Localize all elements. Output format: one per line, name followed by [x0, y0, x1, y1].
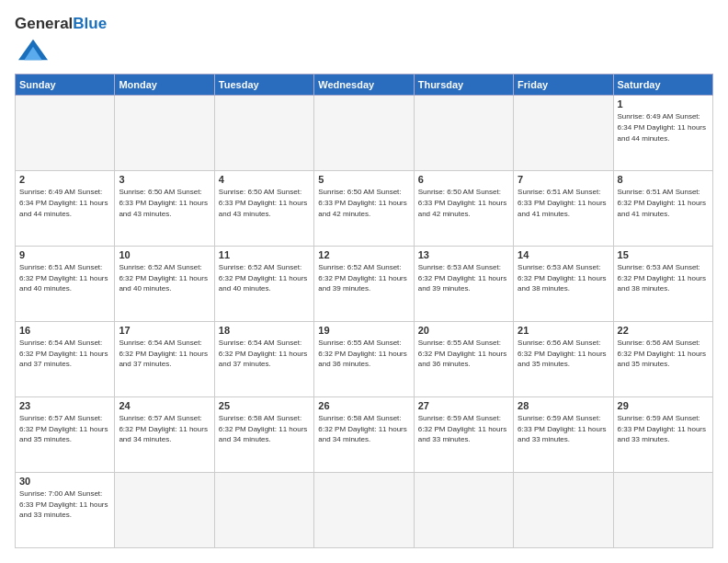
calendar-cell: 19Sunrise: 6:55 AM Sunset: 6:32 PM Dayli… — [314, 322, 414, 397]
day-number: 15 — [618, 249, 709, 260]
day-number: 13 — [418, 249, 509, 260]
calendar-cell — [16, 96, 115, 171]
calendar-cell: 22Sunrise: 6:56 AM Sunset: 6:32 PM Dayli… — [613, 322, 712, 397]
day-number: 25 — [219, 400, 310, 411]
day-info: Sunrise: 6:58 AM Sunset: 6:32 PM Dayligh… — [219, 413, 310, 445]
calendar-cell: 15Sunrise: 6:53 AM Sunset: 6:32 PM Dayli… — [613, 247, 712, 322]
logo-blue: Blue — [73, 15, 107, 32]
day-number: 18 — [219, 325, 310, 336]
day-number: 24 — [119, 400, 210, 411]
day-number: 2 — [19, 174, 110, 185]
day-info: Sunrise: 6:52 AM Sunset: 6:32 PM Dayligh… — [119, 262, 210, 294]
calendar-cell: 16Sunrise: 6:54 AM Sunset: 6:32 PM Dayli… — [16, 322, 115, 397]
calendar-cell — [214, 473, 313, 548]
day-number: 29 — [618, 400, 709, 411]
calendar-cell: 18Sunrise: 6:54 AM Sunset: 6:32 PM Dayli… — [214, 322, 313, 397]
calendar-cell: 27Sunrise: 6:59 AM Sunset: 6:32 PM Dayli… — [414, 397, 513, 473]
calendar-cell: 10Sunrise: 6:52 AM Sunset: 6:32 PM Dayli… — [115, 247, 214, 322]
day-number: 14 — [518, 249, 609, 260]
calendar-cell — [514, 96, 613, 171]
day-info: Sunrise: 6:59 AM Sunset: 6:32 PM Dayligh… — [418, 413, 509, 445]
calendar-cell: 25Sunrise: 6:58 AM Sunset: 6:32 PM Dayli… — [214, 397, 313, 473]
day-info: Sunrise: 6:53 AM Sunset: 6:32 PM Dayligh… — [418, 262, 509, 294]
day-info: Sunrise: 6:51 AM Sunset: 6:32 PM Dayligh… — [19, 262, 110, 294]
logo: GeneralBlue — [15, 15, 107, 64]
calendar-cell: 13Sunrise: 6:53 AM Sunset: 6:32 PM Dayli… — [414, 247, 513, 322]
day-info: Sunrise: 6:54 AM Sunset: 6:32 PM Dayligh… — [219, 338, 310, 370]
calendar-cell — [214, 96, 313, 171]
weekday-header-row: SundayMondayTuesdayWednesdayThursdayFrid… — [16, 75, 713, 96]
weekday-header-sunday: Sunday — [16, 75, 115, 96]
calendar-cell: 7Sunrise: 6:51 AM Sunset: 6:33 PM Daylig… — [514, 171, 613, 247]
weekday-header-friday: Friday — [514, 75, 613, 96]
day-number: 4 — [219, 174, 310, 185]
day-info: Sunrise: 6:51 AM Sunset: 6:32 PM Dayligh… — [618, 187, 709, 219]
calendar-cell — [314, 96, 414, 171]
day-info: Sunrise: 6:55 AM Sunset: 6:32 PM Dayligh… — [318, 338, 409, 370]
calendar-cell: 3Sunrise: 6:50 AM Sunset: 6:33 PM Daylig… — [115, 171, 214, 247]
calendar-cell: 9Sunrise: 6:51 AM Sunset: 6:32 PM Daylig… — [16, 247, 115, 322]
weekday-header-saturday: Saturday — [613, 75, 712, 96]
week-row-3: 9Sunrise: 6:51 AM Sunset: 6:32 PM Daylig… — [16, 247, 713, 322]
calendar-cell — [115, 96, 214, 171]
calendar-cell: 29Sunrise: 6:59 AM Sunset: 6:33 PM Dayli… — [613, 397, 712, 473]
weekday-header-tuesday: Tuesday — [214, 75, 313, 96]
day-number: 8 — [618, 174, 709, 185]
page: GeneralBlue SundayMondayTuesdayWednesday… — [0, 0, 728, 563]
calendar-cell: 12Sunrise: 6:52 AM Sunset: 6:32 PM Dayli… — [314, 247, 414, 322]
calendar-cell — [514, 473, 613, 548]
calendar-cell: 8Sunrise: 6:51 AM Sunset: 6:32 PM Daylig… — [613, 171, 712, 247]
calendar-cell: 26Sunrise: 6:58 AM Sunset: 6:32 PM Dayli… — [314, 397, 414, 473]
day-number: 19 — [318, 325, 409, 336]
calendar-cell: 23Sunrise: 6:57 AM Sunset: 6:32 PM Dayli… — [16, 397, 115, 473]
day-info: Sunrise: 6:58 AM Sunset: 6:32 PM Dayligh… — [318, 413, 409, 445]
calendar-cell: 5Sunrise: 6:50 AM Sunset: 6:33 PM Daylig… — [314, 171, 414, 247]
day-number: 3 — [119, 174, 210, 185]
day-info: Sunrise: 6:59 AM Sunset: 6:33 PM Dayligh… — [618, 413, 709, 445]
calendar-table: SundayMondayTuesdayWednesdayThursdayFrid… — [15, 74, 713, 548]
day-number: 21 — [518, 325, 609, 336]
day-info: Sunrise: 6:52 AM Sunset: 6:32 PM Dayligh… — [318, 262, 409, 294]
day-info: Sunrise: 6:50 AM Sunset: 6:33 PM Dayligh… — [219, 187, 310, 219]
day-info: Sunrise: 6:54 AM Sunset: 6:32 PM Dayligh… — [19, 338, 110, 370]
day-number: 9 — [19, 249, 110, 260]
weekday-header-thursday: Thursday — [414, 75, 513, 96]
day-info: Sunrise: 6:51 AM Sunset: 6:33 PM Dayligh… — [518, 187, 609, 219]
header: GeneralBlue — [15, 15, 713, 64]
day-info: Sunrise: 6:52 AM Sunset: 6:32 PM Dayligh… — [219, 262, 310, 294]
calendar-cell: 6Sunrise: 6:50 AM Sunset: 6:33 PM Daylig… — [414, 171, 513, 247]
calendar-cell: 14Sunrise: 6:53 AM Sunset: 6:32 PM Dayli… — [514, 247, 613, 322]
day-info: Sunrise: 6:56 AM Sunset: 6:32 PM Dayligh… — [618, 338, 709, 370]
day-number: 20 — [418, 325, 509, 336]
week-row-6: 30Sunrise: 7:00 AM Sunset: 6:33 PM Dayli… — [16, 473, 713, 548]
day-info: Sunrise: 6:50 AM Sunset: 6:33 PM Dayligh… — [119, 187, 210, 219]
day-info: Sunrise: 6:54 AM Sunset: 6:32 PM Dayligh… — [119, 338, 210, 370]
day-number: 26 — [318, 400, 409, 411]
calendar-cell — [314, 473, 414, 548]
weekday-header-monday: Monday — [115, 75, 214, 96]
day-number: 5 — [318, 174, 409, 185]
day-number: 23 — [19, 400, 110, 411]
day-number: 17 — [119, 325, 210, 336]
day-number: 12 — [318, 249, 409, 260]
day-info: Sunrise: 6:56 AM Sunset: 6:32 PM Dayligh… — [518, 338, 609, 370]
day-info: Sunrise: 6:50 AM Sunset: 6:33 PM Dayligh… — [318, 187, 409, 219]
calendar-cell — [414, 96, 513, 171]
calendar-cell — [115, 473, 214, 548]
day-info: Sunrise: 6:50 AM Sunset: 6:33 PM Dayligh… — [418, 187, 509, 219]
calendar-cell: 17Sunrise: 6:54 AM Sunset: 6:32 PM Dayli… — [115, 322, 214, 397]
day-number: 10 — [119, 249, 210, 260]
day-number: 30 — [19, 476, 110, 487]
day-number: 7 — [518, 174, 609, 185]
calendar-cell — [613, 473, 712, 548]
day-info: Sunrise: 6:49 AM Sunset: 6:34 PM Dayligh… — [19, 187, 110, 219]
day-info: Sunrise: 6:53 AM Sunset: 6:32 PM Dayligh… — [518, 262, 609, 294]
week-row-1: 1Sunrise: 6:49 AM Sunset: 6:34 PM Daylig… — [16, 96, 713, 171]
day-info: Sunrise: 6:49 AM Sunset: 6:34 PM Dayligh… — [618, 111, 709, 144]
day-number: 16 — [19, 325, 110, 336]
calendar-cell: 1Sunrise: 6:49 AM Sunset: 6:34 PM Daylig… — [613, 96, 712, 171]
week-row-2: 2Sunrise: 6:49 AM Sunset: 6:34 PM Daylig… — [16, 171, 713, 247]
week-row-5: 23Sunrise: 6:57 AM Sunset: 6:32 PM Dayli… — [16, 397, 713, 473]
calendar-cell — [414, 473, 513, 548]
weekday-header-wednesday: Wednesday — [314, 75, 414, 96]
